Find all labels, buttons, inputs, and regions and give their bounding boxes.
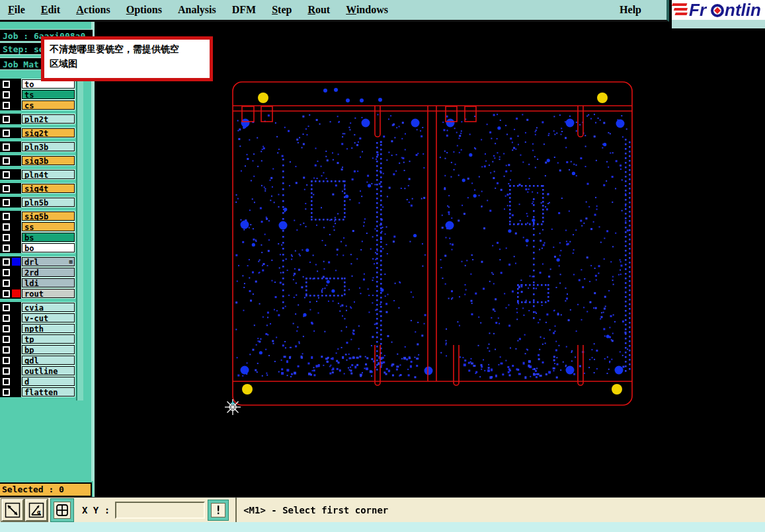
layer-label-sig5b[interactable]: sig5b: [22, 211, 75, 221]
layer-swatch-rout[interactable]: [12, 289, 20, 297]
layer-label-pln2t[interactable]: pln2t: [22, 114, 75, 124]
layer-swatch-sig3b[interactable]: [12, 157, 20, 165]
layer-label-ts[interactable]: ts: [22, 90, 75, 99]
layer-swatch-outline[interactable]: [12, 367, 20, 375]
layer-swatch-cs[interactable]: [12, 101, 20, 109]
layer-list-trough[interactable]: [76, 79, 83, 400]
layer-label-outline[interactable]: outline: [22, 366, 75, 375]
window-grid-button[interactable]: [50, 498, 74, 522]
layer-swatch-drl[interactable]: [12, 258, 20, 266]
layer-checkbox-pln3b[interactable]: [3, 143, 10, 151]
layer-label-cvia[interactable]: cvia: [22, 303, 75, 312]
layer-checkbox-rout[interactable]: [3, 290, 10, 297]
layer-label-sig3b[interactable]: sig3b: [22, 156, 75, 165]
menu-edit[interactable]: Edit: [33, 3, 68, 17]
layer-label-npth[interactable]: npth: [22, 324, 75, 333]
prompt-button[interactable]: !: [208, 500, 229, 521]
menu-actions[interactable]: Actions: [68, 3, 118, 17]
layer-checkbox-ss[interactable]: [3, 223, 10, 231]
layer-row-cs: cs: [0, 100, 75, 110]
layer-swatch-tp[interactable]: [12, 335, 20, 343]
layer-checkbox-bo[interactable]: [3, 245, 10, 252]
layer-checkbox-pln4t[interactable]: [3, 171, 10, 178]
layer-swatch-flatten[interactable]: [12, 388, 20, 396]
menu-analysis[interactable]: Analysis: [170, 3, 224, 17]
layer-checkbox-ldi[interactable]: [3, 280, 10, 287]
layer-checkbox-cvia[interactable]: [3, 304, 10, 311]
layer-checkbox-gdl[interactable]: [3, 357, 10, 364]
layer-label-drl[interactable]: drl⊞: [22, 257, 75, 266]
layer-label-v-cut[interactable]: v-cut: [22, 313, 75, 323]
layer-swatch-v-cut[interactable]: [12, 314, 20, 322]
layer-row-npth: npth: [0, 323, 75, 334]
layer-swatch-bp[interactable]: [12, 346, 20, 354]
menu-options[interactable]: Options: [118, 3, 170, 17]
layer-grid-icon[interactable]: ⊞: [69, 259, 73, 265]
layer-checkbox-flatten[interactable]: [3, 389, 10, 396]
layer-swatch-gdl[interactable]: [12, 356, 20, 364]
layer-swatch-pln5b[interactable]: [12, 198, 20, 206]
layer-checkbox-2rd[interactable]: [3, 269, 10, 276]
layer-checkbox-v-cut[interactable]: [3, 315, 10, 322]
layer-label-ldi[interactable]: ldi: [22, 278, 75, 287]
menu-rout[interactable]: Rout: [300, 3, 338, 17]
layer-swatch-2rd[interactable]: [12, 268, 20, 276]
layer-swatch-npth[interactable]: [12, 324, 20, 332]
xy-coordinates-input[interactable]: [115, 502, 205, 519]
layer-label-bo[interactable]: bo: [22, 243, 75, 252]
layer-checkbox-sig5b[interactable]: [3, 213, 10, 220]
layer-label-sig2t[interactable]: sig2t: [22, 128, 75, 137]
layer-label-pln4t[interactable]: pln4t: [22, 170, 75, 179]
layer-checkbox-bp[interactable]: [3, 346, 10, 354]
layer-checkbox-cs[interactable]: [3, 102, 10, 109]
layer-label-rout[interactable]: rout: [22, 289, 75, 298]
layer-checkbox-sig4t[interactable]: [3, 185, 10, 192]
layer-row-sig2t: sig2t: [0, 128, 75, 138]
layer-swatch-sig5b[interactable]: [12, 212, 20, 220]
layer-swatch-pln3b[interactable]: [12, 143, 20, 151]
layer-checkbox-to[interactable]: [3, 81, 10, 88]
layer-swatch-ts[interactable]: [12, 91, 20, 98]
resize-diagonal-button[interactable]: [1, 499, 24, 521]
layer-label-pln3b[interactable]: pln3b: [22, 142, 75, 151]
layer-swatch-pln4t[interactable]: [12, 171, 20, 178]
angle-measure-button[interactable]: α: [25, 499, 48, 521]
layer-checkbox-bs[interactable]: [3, 234, 10, 241]
menu-dfm[interactable]: DFM: [224, 3, 264, 17]
layer-checkbox-ts[interactable]: [3, 91, 10, 98]
layer-label-cs[interactable]: cs: [22, 100, 75, 110]
layer-swatch-ss[interactable]: [12, 223, 20, 231]
layer-swatch-pln2t[interactable]: [12, 115, 20, 123]
layer-swatch-d[interactable]: [12, 377, 20, 385]
layer-checkbox-drl[interactable]: [3, 258, 10, 266]
layer-checkbox-tp[interactable]: [3, 336, 10, 343]
layer-swatch-ldi[interactable]: [12, 279, 20, 287]
layer-label-bp[interactable]: bp: [22, 345, 75, 354]
layer-label-bs[interactable]: bs: [22, 233, 75, 242]
layer-label-d[interactable]: d: [22, 377, 75, 386]
menu-file[interactable]: File: [0, 3, 33, 17]
layer-swatch-sig4t[interactable]: [12, 184, 20, 192]
layer-checkbox-pln2t[interactable]: [3, 116, 10, 123]
layer-checkbox-sig2t[interactable]: [3, 130, 10, 137]
layer-swatch-to[interactable]: [12, 80, 20, 88]
menu-help[interactable]: Help: [612, 3, 649, 17]
menu-windows[interactable]: Windows: [338, 3, 396, 17]
menu-step[interactable]: Step: [264, 3, 300, 17]
layer-label-flatten[interactable]: flatten: [22, 387, 75, 397]
layer-checkbox-npth[interactable]: [3, 325, 10, 332]
layer-label-sig4t[interactable]: sig4t: [22, 184, 75, 193]
layer-label-gdl[interactable]: gdl: [22, 356, 75, 365]
layer-swatch-cvia[interactable]: [12, 303, 20, 311]
layer-label-pln5b[interactable]: pln5b: [22, 198, 75, 207]
layer-checkbox-pln5b[interactable]: [3, 199, 10, 206]
layer-label-ss[interactable]: ss: [22, 222, 75, 231]
layer-checkbox-d[interactable]: [3, 378, 10, 385]
layer-checkbox-sig3b[interactable]: [3, 157, 10, 165]
layer-swatch-bo[interactable]: [12, 244, 20, 252]
layer-swatch-bs[interactable]: [12, 233, 20, 241]
layer-label-2rd[interactable]: 2rd: [22, 268, 75, 277]
layer-checkbox-outline[interactable]: [3, 367, 10, 375]
layer-label-tp[interactable]: tp: [22, 334, 75, 344]
layer-swatch-sig2t[interactable]: [12, 129, 20, 137]
